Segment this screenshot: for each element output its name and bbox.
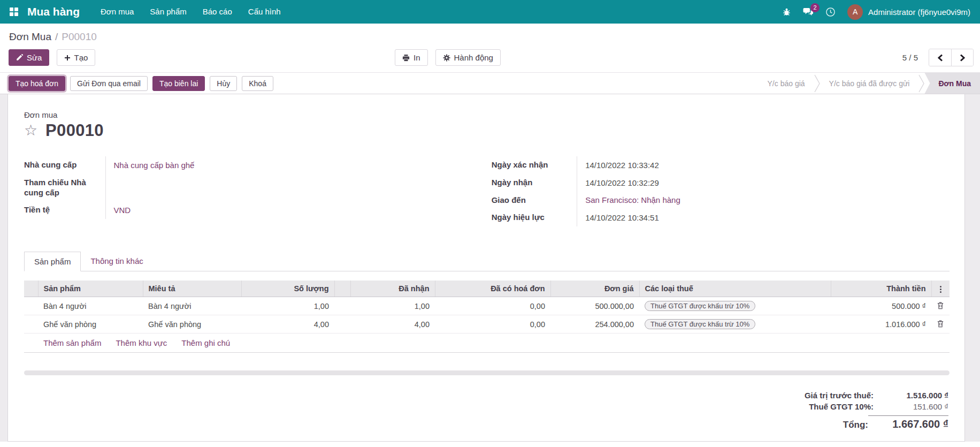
- cell-description[interactable]: Bàn 4 người: [143, 297, 241, 315]
- column-header[interactable]: Đã có hoá đơn: [435, 281, 550, 297]
- row-handle[interactable]: [24, 315, 38, 334]
- nav-menu-item[interactable]: Báo cáo: [195, 0, 240, 24]
- breadcrumb: Đơn Mua/P00010: [0, 24, 980, 44]
- column-header[interactable]: Miêu tả: [143, 281, 241, 297]
- action-button[interactable]: Hành động: [435, 49, 501, 66]
- nav-menu-item[interactable]: Sản phẩm: [142, 0, 194, 24]
- notebook-tab[interactable]: Thông tin khác: [81, 252, 152, 271]
- cell-uom: [334, 297, 350, 315]
- breadcrumb-parent-link[interactable]: Đơn Mua: [9, 31, 51, 42]
- status-arrow-separator: [918, 74, 924, 93]
- cell-billed[interactable]: 0,00: [435, 315, 550, 334]
- add-line-link[interactable]: Thêm khu vực: [116, 338, 167, 347]
- app-title[interactable]: Mua hàng: [27, 5, 80, 18]
- apps-menu-button[interactable]: [7, 5, 20, 18]
- statusbar: Tạo hoá đơnGửi Đơn qua emailTạo biên lai…: [0, 72, 980, 94]
- cell-subtotal: 1.016.000 ₫: [831, 315, 931, 334]
- bug-icon: [782, 7, 791, 17]
- debug-button[interactable]: [782, 7, 791, 17]
- cell-subtotal: 500.000 ₫: [831, 297, 931, 315]
- column-header[interactable]: Đơn giá: [550, 281, 639, 297]
- optional-columns-button[interactable]: [931, 281, 950, 297]
- statusbar-action-button[interactable]: Tạo hoá đơn: [9, 76, 65, 91]
- field-value-text: 14/10/2022 10:34:51: [585, 213, 659, 222]
- status-step[interactable]: Y/c báo giá: [759, 73, 814, 94]
- statusbar-action-button[interactable]: Khoá: [242, 76, 273, 91]
- control-panel: Sửa Tạo In: [0, 44, 980, 72]
- cell-description[interactable]: Ghế văn phòng: [143, 315, 241, 334]
- field-row: Giao đến San Francisco: Nhận hàng: [492, 192, 936, 209]
- pager-count: 5 / 5: [902, 53, 918, 62]
- field-value: [105, 174, 459, 202]
- field-row: Nhà cung cấp Nhà cung cấp bàn ghế: [24, 156, 459, 174]
- delete-row-icon[interactable]: [937, 301, 944, 309]
- field-value-link[interactable]: Nhà cung cấp bàn ghế: [114, 161, 195, 170]
- uom-column-header: [334, 281, 350, 297]
- pager-next-button[interactable]: [951, 49, 973, 66]
- statusbar-action-button[interactable]: Tạo biên lai: [152, 76, 205, 91]
- statusbar-action-button[interactable]: Hủy: [210, 76, 237, 91]
- cell-taxes[interactable]: Thuế GTGT được khấu trừ 10%: [639, 315, 831, 334]
- field-value-link[interactable]: VND: [114, 206, 131, 215]
- tax-badge: Thuế GTGT được khấu trừ 10%: [645, 319, 755, 329]
- horizontal-scrollbar[interactable]: [24, 370, 950, 375]
- field-value: Nhà cung cấp bàn ghế: [105, 156, 459, 174]
- cell-billed[interactable]: 0,00: [435, 297, 550, 315]
- field-group-left: Nhà cung cấp Nhà cung cấp bàn ghế Tham c…: [24, 156, 459, 226]
- tax-badge: Thuế GTGT được khấu trừ 10%: [645, 301, 755, 311]
- column-header[interactable]: Sản phẩm: [38, 281, 143, 297]
- statusbar-action-button[interactable]: Gửi Đơn qua email: [70, 76, 148, 91]
- favorite-star-icon[interactable]: ☆: [24, 123, 37, 138]
- messages-button[interactable]: 2: [803, 7, 814, 17]
- handle-column-header: [24, 281, 38, 297]
- field-row: Ngày nhận 14/10/2022 10:32:29: [492, 174, 936, 192]
- notebook-tabs: Sản phẩmThông tin khác: [24, 251, 950, 271]
- add-line-link[interactable]: Thêm ghi chú: [181, 338, 230, 347]
- total-amount-value: 1.667.600 ₫: [868, 415, 948, 430]
- vertical-dots-icon: [940, 286, 941, 293]
- untaxed-amount-label: Giá trị trước thuế:: [805, 391, 874, 400]
- cell-quantity[interactable]: 1,00: [241, 297, 334, 315]
- column-header[interactable]: Thành tiền: [831, 281, 931, 297]
- row-handle[interactable]: [24, 297, 38, 315]
- cell-quantity[interactable]: 4,00: [241, 315, 334, 334]
- field-label: Ngày hiệu lực: [492, 209, 577, 226]
- breadcrumb-separator: /: [55, 31, 58, 42]
- field-row: Ngày hiệu lực 14/10/2022 10:34:51: [492, 209, 936, 226]
- cell-product[interactable]: Ghế văn phòng: [38, 315, 143, 334]
- field-row: Ngày xác nhận 14/10/2022 10:33:42: [492, 156, 936, 174]
- field-row: Tham chiếu Nhà cung cấp: [24, 174, 459, 202]
- nav-menu-item[interactable]: Cấu hình: [240, 0, 289, 24]
- chevron-right-icon: [960, 54, 966, 62]
- field-value: VND: [105, 201, 459, 219]
- order-line-row[interactable]: Ghế văn phòng Ghế văn phòng 4,00 4,00 0,…: [24, 315, 950, 334]
- edit-button[interactable]: Sửa: [9, 49, 49, 66]
- clock-icon: [825, 7, 836, 17]
- status-step[interactable]: Đơn Mua: [924, 73, 980, 94]
- status-step[interactable]: Y/c báo giá đã được gửi: [820, 73, 919, 94]
- top-navbar: Mua hàng Đơn muaSản phẩmBáo cáoCấu hình …: [0, 0, 980, 24]
- user-menu[interactable]: A Administrator (fj6nyue0vi9m): [847, 4, 970, 20]
- order-line-row[interactable]: Bàn 4 người Bàn 4 người 1,00 1,00 0,00 5…: [24, 297, 950, 315]
- column-header[interactable]: Đã nhận: [350, 281, 435, 297]
- cell-received[interactable]: 4,00: [350, 315, 435, 334]
- print-button[interactable]: In: [395, 49, 428, 66]
- column-header[interactable]: Số lượng: [241, 281, 334, 297]
- notebook-tab[interactable]: Sản phẩm: [24, 252, 81, 271]
- nav-menu-item[interactable]: Đơn mua: [93, 0, 142, 24]
- cell-taxes[interactable]: Thuế GTGT được khấu trừ 10%: [639, 297, 831, 315]
- create-button[interactable]: Tạo: [57, 49, 96, 66]
- delete-row-icon[interactable]: [937, 320, 944, 328]
- printer-icon: [402, 54, 410, 62]
- cell-unit-price[interactable]: 254.000,00: [550, 315, 639, 334]
- add-line-link[interactable]: Thêm sản phẩm: [43, 338, 101, 347]
- pager-previous-button[interactable]: [929, 49, 951, 66]
- field-value-link[interactable]: San Francisco: Nhận hàng: [585, 195, 680, 204]
- column-header[interactable]: Các loại thuế: [639, 281, 831, 297]
- order-lines-table: Sản phẩm Miêu tả Số lượng Đã nhận Đã có …: [24, 281, 950, 353]
- cell-product[interactable]: Bàn 4 người: [38, 297, 143, 315]
- status-arrow-separator: [814, 74, 820, 93]
- cell-received[interactable]: 1,00: [350, 297, 435, 315]
- cell-unit-price[interactable]: 500.000,00: [550, 297, 639, 315]
- activities-button[interactable]: [825, 7, 836, 17]
